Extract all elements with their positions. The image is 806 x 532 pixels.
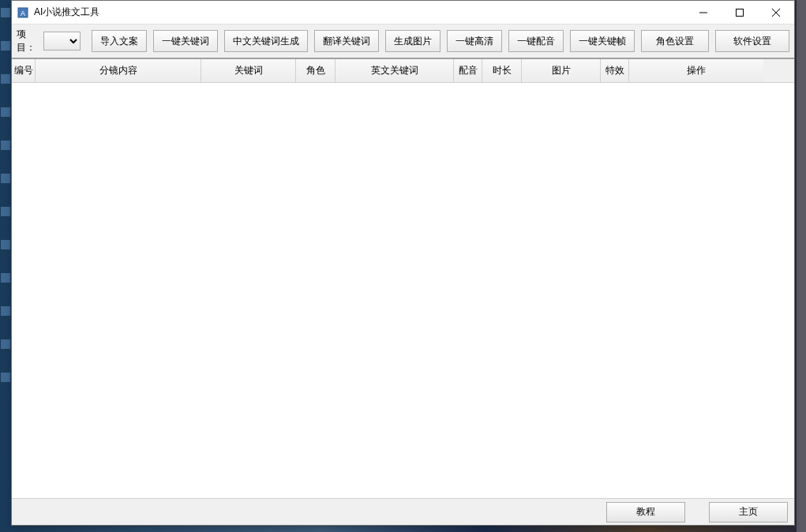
keyframe-button[interactable]: 一键关键帧 [570, 30, 635, 52]
th-role[interactable]: 角色 [296, 59, 336, 82]
app-icon: A [17, 6, 29, 19]
th-image[interactable]: 图片 [522, 59, 601, 82]
keyword-button[interactable]: 一键关键词 [153, 30, 218, 52]
dub-button[interactable]: 一键配音 [508, 30, 564, 52]
hd-button[interactable]: 一键高清 [447, 30, 502, 52]
th-effect[interactable]: 特效 [601, 59, 629, 82]
translate-keyword-button[interactable]: 翻译关键词 [314, 30, 379, 52]
th-duration[interactable]: 时长 [482, 59, 522, 82]
software-settings-button[interactable]: 软件设置 [715, 30, 789, 52]
project-label: 项目： [17, 28, 36, 54]
svg-text:A: A [21, 9, 25, 17]
main-window: A AI小说推文工具 项目： 导入文案 一键关键词 中文关键词生成 翻译关键词 … [11, 0, 795, 526]
window-title: AI小说推文工具 [34, 6, 685, 19]
tutorial-button[interactable]: 教程 [606, 502, 685, 523]
th-action[interactable]: 操作 [629, 59, 763, 82]
maximize-button[interactable] [722, 1, 758, 24]
close-button[interactable] [758, 1, 794, 24]
th-en-keyword[interactable]: 英文关键词 [336, 59, 454, 82]
gen-image-button[interactable]: 生成图片 [385, 30, 440, 52]
svg-rect-3 [737, 9, 744, 16]
minimize-button[interactable] [685, 1, 722, 24]
desktop-icons-strip [0, 0, 11, 532]
right-edge-strip [797, 0, 806, 532]
th-audio[interactable]: 配音 [454, 59, 482, 82]
home-button[interactable]: 主页 [709, 502, 788, 523]
bottom-bar: 教程 主页 [12, 498, 794, 525]
titlebar: A AI小说推文工具 [12, 1, 794, 24]
main-content: 编号 分镜内容 关键词 角色 英文关键词 配音 时长 图片 特效 操作 [12, 59, 794, 498]
table-body [12, 83, 794, 498]
role-settings-button[interactable]: 角色设置 [641, 30, 709, 52]
th-content[interactable]: 分镜内容 [36, 59, 201, 82]
th-keyword[interactable]: 关键词 [201, 59, 296, 82]
table-header: 编号 分镜内容 关键词 角色 英文关键词 配音 时长 图片 特效 操作 [12, 59, 794, 83]
project-select[interactable] [43, 32, 81, 51]
th-id[interactable]: 编号 [12, 59, 36, 82]
import-button[interactable]: 导入文案 [92, 30, 147, 52]
cn-keyword-gen-button[interactable]: 中文关键词生成 [224, 30, 308, 52]
toolbar: 项目： 导入文案 一键关键词 中文关键词生成 翻译关键词 生成图片 一键高清 一… [12, 24, 794, 59]
